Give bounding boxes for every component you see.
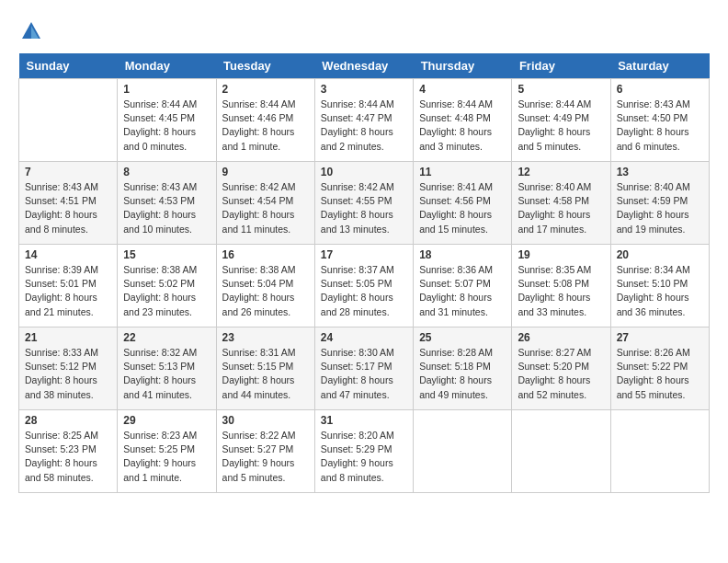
calendar-cell: 14 Sunrise: 8:39 AM Sunset: 5:01 PM Dayl… [19,245,118,327]
day-number: 29 [123,414,210,427]
day-info: Sunrise: 8:37 AM Sunset: 5:05 PM Dayligh… [321,263,407,319]
calendar-cell: 29 Sunrise: 8:23 AM Sunset: 5:25 PM Dayl… [118,410,216,493]
day-number: 8 [123,166,210,178]
sunrise-text: Sunrise: 8:23 AM [123,429,210,442]
sunrise-text: Sunrise: 8:38 AM [222,263,309,277]
calendar-cell: 10 Sunrise: 8:42 AM Sunset: 4:55 PM Dayl… [314,162,413,245]
day-info: Sunrise: 8:36 AM Sunset: 5:07 PM Dayligh… [419,263,506,319]
sunrise-text: Sunrise: 8:44 AM [222,98,309,111]
day-info: Sunrise: 8:33 AM Sunset: 5:12 PM Dayligh… [25,346,111,402]
sunset-text: Sunset: 4:53 PM [123,194,210,208]
calendar-cell [19,79,118,162]
sunrise-text: Sunrise: 8:43 AM [617,98,703,111]
sunrise-text: Sunrise: 8:25 AM [25,429,111,442]
sunset-text: Sunset: 5:13 PM [123,360,210,373]
day-number: 27 [617,331,703,344]
calendar-cell: 24 Sunrise: 8:30 AM Sunset: 5:17 PM Dayl… [314,327,413,410]
calendar-cell: 26 Sunrise: 8:27 AM Sunset: 5:20 PM Dayl… [512,327,610,410]
day-number: 30 [222,414,309,427]
daylight-text: Daylight: 8 hours and 0 minutes. [123,125,210,153]
day-info: Sunrise: 8:28 AM Sunset: 5:18 PM Dayligh… [419,346,506,402]
sunset-text: Sunset: 5:23 PM [25,442,111,456]
weekday-header-thursday: Thursday [414,53,512,79]
weekday-header-tuesday: Tuesday [216,53,314,79]
day-number: 16 [222,248,309,261]
day-number: 9 [222,166,309,178]
calendar-cell: 5 Sunrise: 8:44 AM Sunset: 4:49 PM Dayli… [512,79,610,162]
sunrise-text: Sunrise: 8:43 AM [25,180,111,194]
calendar-cell: 11 Sunrise: 8:41 AM Sunset: 4:56 PM Dayl… [414,162,512,245]
calendar-cell: 22 Sunrise: 8:32 AM Sunset: 5:13 PM Dayl… [118,327,216,410]
calendar-cell [512,410,610,493]
day-info: Sunrise: 8:22 AM Sunset: 5:27 PM Dayligh… [222,429,309,485]
sunset-text: Sunset: 4:59 PM [617,194,703,208]
calendar-cell: 9 Sunrise: 8:42 AM Sunset: 4:54 PM Dayli… [216,162,314,245]
day-number: 25 [419,331,506,344]
sunrise-text: Sunrise: 8:28 AM [419,346,506,360]
day-info: Sunrise: 8:40 AM Sunset: 4:58 PM Dayligh… [518,180,604,236]
day-number: 19 [518,248,604,261]
day-info: Sunrise: 8:23 AM Sunset: 5:25 PM Dayligh… [123,429,210,485]
day-number: 14 [25,248,111,261]
day-number: 7 [25,166,111,178]
daylight-text: Daylight: 8 hours and 13 minutes. [321,208,407,236]
sunset-text: Sunset: 5:20 PM [518,360,604,373]
day-info: Sunrise: 8:30 AM Sunset: 5:17 PM Dayligh… [321,346,407,402]
sunset-text: Sunset: 5:07 PM [419,277,506,291]
weekday-header-row: SundayMondayTuesdayWednesdayThursdayFrid… [19,53,710,79]
sunset-text: Sunset: 4:46 PM [222,111,309,125]
daylight-text: Daylight: 8 hours and 58 minutes. [25,456,111,484]
sunset-text: Sunset: 4:48 PM [419,111,506,125]
daylight-text: Daylight: 8 hours and 36 minutes. [617,291,703,318]
daylight-text: Daylight: 8 hours and 38 minutes. [25,373,111,401]
day-info: Sunrise: 8:43 AM Sunset: 4:50 PM Dayligh… [617,98,703,154]
calendar-cell: 4 Sunrise: 8:44 AM Sunset: 4:48 PM Dayli… [414,79,512,162]
day-number: 26 [518,331,604,344]
day-info: Sunrise: 8:42 AM Sunset: 4:54 PM Dayligh… [222,180,309,236]
week-row-3: 14 Sunrise: 8:39 AM Sunset: 5:01 PM Dayl… [19,245,710,327]
calendar-cell: 25 Sunrise: 8:28 AM Sunset: 5:18 PM Dayl… [414,327,512,410]
day-number: 6 [617,83,703,96]
sunrise-text: Sunrise: 8:38 AM [123,263,210,277]
sunrise-text: Sunrise: 8:41 AM [419,180,506,194]
sunset-text: Sunset: 4:58 PM [518,194,604,208]
calendar-cell: 23 Sunrise: 8:31 AM Sunset: 5:15 PM Dayl… [216,327,314,410]
calendar-cell: 27 Sunrise: 8:26 AM Sunset: 5:22 PM Dayl… [610,327,709,410]
calendar-cell: 28 Sunrise: 8:25 AM Sunset: 5:23 PM Dayl… [19,410,118,493]
daylight-text: Daylight: 8 hours and 28 minutes. [321,291,407,318]
week-row-4: 21 Sunrise: 8:33 AM Sunset: 5:12 PM Dayl… [19,327,710,410]
daylight-text: Daylight: 8 hours and 44 minutes. [222,373,309,401]
calendar-cell: 13 Sunrise: 8:40 AM Sunset: 4:59 PM Dayl… [610,162,709,245]
sunset-text: Sunset: 4:50 PM [617,111,703,125]
day-number: 21 [25,331,111,344]
sunset-text: Sunset: 5:08 PM [518,277,604,291]
sunrise-text: Sunrise: 8:43 AM [123,180,210,194]
day-info: Sunrise: 8:40 AM Sunset: 4:59 PM Dayligh… [617,180,703,236]
week-row-2: 7 Sunrise: 8:43 AM Sunset: 4:51 PM Dayli… [19,162,710,245]
sunrise-text: Sunrise: 8:40 AM [617,180,703,194]
logo [18,18,48,44]
calendar-cell: 8 Sunrise: 8:43 AM Sunset: 4:53 PM Dayli… [118,162,216,245]
daylight-text: Daylight: 8 hours and 41 minutes. [123,373,210,401]
sunset-text: Sunset: 5:25 PM [123,442,210,456]
calendar-cell: 7 Sunrise: 8:43 AM Sunset: 4:51 PM Dayli… [19,162,118,245]
calendar-cell: 30 Sunrise: 8:22 AM Sunset: 5:27 PM Dayl… [216,410,314,493]
sunrise-text: Sunrise: 8:32 AM [123,346,210,360]
calendar-table: SundayMondayTuesdayWednesdayThursdayFrid… [18,53,710,493]
sunrise-text: Sunrise: 8:44 AM [123,98,210,111]
sunset-text: Sunset: 5:05 PM [321,277,407,291]
daylight-text: Daylight: 8 hours and 19 minutes. [617,208,703,236]
daylight-text: Daylight: 8 hours and 8 minutes. [25,208,111,236]
calendar-cell: 17 Sunrise: 8:37 AM Sunset: 5:05 PM Dayl… [314,245,413,327]
day-number: 10 [321,166,407,178]
day-info: Sunrise: 8:41 AM Sunset: 4:56 PM Dayligh… [419,180,506,236]
sunset-text: Sunset: 5:02 PM [123,277,210,291]
day-number: 12 [518,166,604,178]
day-number: 2 [222,83,309,96]
sunrise-text: Sunrise: 8:36 AM [419,263,506,277]
day-info: Sunrise: 8:44 AM Sunset: 4:48 PM Dayligh… [419,98,506,154]
page-header [18,18,710,44]
daylight-text: Daylight: 8 hours and 3 minutes. [419,125,506,153]
sunset-text: Sunset: 4:54 PM [222,194,309,208]
sunset-text: Sunset: 5:01 PM [25,277,111,291]
